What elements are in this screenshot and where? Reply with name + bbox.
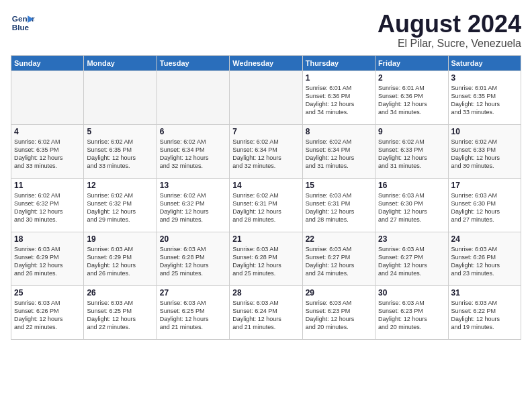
calendar-title: August 2024 — [378, 11, 521, 38]
day-detail: Sunrise: 6:03 AM Sunset: 6:30 PM Dayligh… — [451, 191, 518, 224]
calendar-day-cell: 21Sunrise: 6:03 AM Sunset: 6:28 PM Dayli… — [230, 232, 302, 285]
day-detail: Sunrise: 6:01 AM Sunset: 6:36 PM Dayligh… — [378, 84, 445, 117]
day-number: 9 — [378, 127, 445, 136]
day-detail: Sunrise: 6:03 AM Sunset: 6:27 PM Dayligh… — [378, 245, 445, 278]
day-detail: Sunrise: 6:03 AM Sunset: 6:29 PM Dayligh… — [14, 245, 81, 278]
logo-icon: General Blue — [11, 11, 35, 35]
calendar-day-cell: 20Sunrise: 6:03 AM Sunset: 6:28 PM Dayli… — [157, 232, 229, 285]
calendar-day-cell: 7Sunrise: 6:02 AM Sunset: 6:34 PM Daylig… — [230, 124, 302, 178]
day-number: 28 — [232, 288, 299, 298]
svg-text:Blue: Blue — [12, 23, 30, 32]
day-number: 16 — [378, 181, 445, 190]
calendar-day-cell: 27Sunrise: 6:03 AM Sunset: 6:25 PM Dayli… — [157, 285, 229, 339]
calendar-day-cell: 19Sunrise: 6:03 AM Sunset: 6:29 PM Dayli… — [84, 232, 157, 285]
calendar-day-cell: 18Sunrise: 6:03 AM Sunset: 6:29 PM Dayli… — [11, 232, 84, 285]
day-number: 15 — [306, 181, 372, 190]
day-detail: Sunrise: 6:03 AM Sunset: 6:29 PM Dayligh… — [87, 245, 153, 278]
calendar-day-cell — [11, 71, 84, 124]
calendar-day-cell: 13Sunrise: 6:02 AM Sunset: 6:32 PM Dayli… — [157, 178, 229, 232]
day-number: 5 — [87, 127, 153, 136]
day-detail: Sunrise: 6:03 AM Sunset: 6:26 PM Dayligh… — [451, 245, 518, 278]
day-of-week-header: Saturday — [448, 55, 521, 71]
day-detail: Sunrise: 6:03 AM Sunset: 6:23 PM Dayligh… — [378, 299, 445, 332]
day-number: 4 — [14, 127, 81, 136]
day-detail: Sunrise: 6:02 AM Sunset: 6:32 PM Dayligh… — [14, 191, 81, 224]
calendar-day-cell: 31Sunrise: 6:03 AM Sunset: 6:22 PM Dayli… — [448, 285, 521, 339]
day-detail: Sunrise: 6:03 AM Sunset: 6:27 PM Dayligh… — [306, 245, 372, 278]
calendar-week-row: 1Sunrise: 6:01 AM Sunset: 6:36 PM Daylig… — [11, 71, 521, 124]
day-detail: Sunrise: 6:01 AM Sunset: 6:35 PM Dayligh… — [451, 84, 518, 117]
day-number: 12 — [87, 181, 153, 190]
calendar-day-cell: 24Sunrise: 6:03 AM Sunset: 6:26 PM Dayli… — [448, 232, 521, 285]
calendar-body: 1Sunrise: 6:01 AM Sunset: 6:36 PM Daylig… — [11, 71, 521, 339]
day-number: 22 — [306, 234, 372, 244]
day-number: 23 — [378, 234, 445, 244]
day-number: 21 — [232, 234, 299, 244]
day-detail: Sunrise: 6:01 AM Sunset: 6:36 PM Dayligh… — [306, 84, 372, 117]
day-of-week-header: Monday — [84, 55, 157, 71]
day-number: 31 — [451, 288, 518, 298]
day-detail: Sunrise: 6:02 AM Sunset: 6:32 PM Dayligh… — [160, 191, 226, 224]
calendar-day-cell: 17Sunrise: 6:03 AM Sunset: 6:30 PM Dayli… — [448, 178, 521, 232]
calendar-day-cell: 28Sunrise: 6:03 AM Sunset: 6:24 PM Dayli… — [230, 285, 302, 339]
calendar-table: SundayMondayTuesdayWednesdayThursdayFrid… — [11, 55, 521, 340]
day-detail: Sunrise: 6:03 AM Sunset: 6:24 PM Dayligh… — [232, 299, 299, 332]
logo: General Blue — [11, 11, 35, 35]
day-number: 30 — [378, 288, 445, 298]
day-detail: Sunrise: 6:03 AM Sunset: 6:26 PM Dayligh… — [14, 299, 81, 332]
title-area: August 2024 El Pilar, Sucre, Venezuela — [378, 11, 521, 50]
day-number: 6 — [160, 127, 226, 136]
day-number: 1 — [306, 73, 372, 83]
day-number: 29 — [306, 288, 372, 298]
day-number: 25 — [14, 288, 81, 298]
calendar-day-cell: 3Sunrise: 6:01 AM Sunset: 6:35 PM Daylig… — [448, 71, 521, 124]
calendar-subtitle: El Pilar, Sucre, Venezuela — [378, 38, 521, 50]
day-detail: Sunrise: 6:02 AM Sunset: 6:35 PM Dayligh… — [14, 138, 81, 171]
calendar-day-cell: 11Sunrise: 6:02 AM Sunset: 6:32 PM Dayli… — [11, 178, 84, 232]
calendar-day-cell: 10Sunrise: 6:02 AM Sunset: 6:33 PM Dayli… — [448, 124, 521, 178]
header: General Blue August 2024 El Pilar, Sucre… — [11, 11, 521, 50]
day-detail: Sunrise: 6:02 AM Sunset: 6:34 PM Dayligh… — [232, 138, 299, 171]
day-detail: Sunrise: 6:02 AM Sunset: 6:34 PM Dayligh… — [306, 138, 372, 171]
day-of-week-header: Thursday — [302, 55, 375, 71]
day-detail: Sunrise: 6:03 AM Sunset: 6:23 PM Dayligh… — [306, 299, 372, 332]
day-detail: Sunrise: 6:03 AM Sunset: 6:31 PM Dayligh… — [306, 191, 372, 224]
calendar-day-cell: 5Sunrise: 6:02 AM Sunset: 6:35 PM Daylig… — [84, 124, 157, 178]
day-number: 19 — [87, 234, 153, 244]
day-number: 27 — [160, 288, 226, 298]
calendar-header-row: SundayMondayTuesdayWednesdayThursdayFrid… — [11, 55, 521, 71]
day-number: 17 — [451, 181, 518, 190]
day-number: 2 — [378, 73, 445, 83]
calendar-day-cell: 2Sunrise: 6:01 AM Sunset: 6:36 PM Daylig… — [375, 71, 448, 124]
day-of-week-header: Sunday — [11, 55, 84, 71]
calendar-day-cell: 26Sunrise: 6:03 AM Sunset: 6:25 PM Dayli… — [84, 285, 157, 339]
day-detail: Sunrise: 6:02 AM Sunset: 6:35 PM Dayligh… — [87, 138, 153, 171]
calendar-day-cell: 16Sunrise: 6:03 AM Sunset: 6:30 PM Dayli… — [375, 178, 448, 232]
calendar-day-cell: 29Sunrise: 6:03 AM Sunset: 6:23 PM Dayli… — [302, 285, 375, 339]
day-number: 18 — [14, 234, 81, 244]
day-detail: Sunrise: 6:03 AM Sunset: 6:25 PM Dayligh… — [87, 299, 153, 332]
calendar-day-cell: 8Sunrise: 6:02 AM Sunset: 6:34 PM Daylig… — [302, 124, 375, 178]
calendar-day-cell: 6Sunrise: 6:02 AM Sunset: 6:34 PM Daylig… — [157, 124, 229, 178]
day-of-week-header: Tuesday — [157, 55, 229, 71]
day-detail: Sunrise: 6:03 AM Sunset: 6:25 PM Dayligh… — [160, 299, 226, 332]
calendar-day-cell — [84, 71, 157, 124]
calendar-day-cell: 9Sunrise: 6:02 AM Sunset: 6:33 PM Daylig… — [375, 124, 448, 178]
day-detail: Sunrise: 6:03 AM Sunset: 6:28 PM Dayligh… — [232, 245, 299, 278]
day-detail: Sunrise: 6:03 AM Sunset: 6:28 PM Dayligh… — [160, 245, 226, 278]
day-number: 8 — [306, 127, 372, 136]
calendar-day-cell: 22Sunrise: 6:03 AM Sunset: 6:27 PM Dayli… — [302, 232, 375, 285]
calendar-day-cell: 4Sunrise: 6:02 AM Sunset: 6:35 PM Daylig… — [11, 124, 84, 178]
day-number: 20 — [160, 234, 226, 244]
day-detail: Sunrise: 6:03 AM Sunset: 6:22 PM Dayligh… — [451, 299, 518, 332]
day-of-week-header: Friday — [375, 55, 448, 71]
calendar-day-cell — [230, 71, 302, 124]
day-detail: Sunrise: 6:03 AM Sunset: 6:30 PM Dayligh… — [378, 191, 445, 224]
day-number: 11 — [14, 181, 81, 190]
calendar-day-cell: 23Sunrise: 6:03 AM Sunset: 6:27 PM Dayli… — [375, 232, 448, 285]
calendar-day-cell — [157, 71, 229, 124]
day-detail: Sunrise: 6:02 AM Sunset: 6:34 PM Dayligh… — [160, 138, 226, 171]
calendar-day-cell: 25Sunrise: 6:03 AM Sunset: 6:26 PM Dayli… — [11, 285, 84, 339]
day-detail: Sunrise: 6:02 AM Sunset: 6:33 PM Dayligh… — [451, 138, 518, 171]
day-number: 10 — [451, 127, 518, 136]
